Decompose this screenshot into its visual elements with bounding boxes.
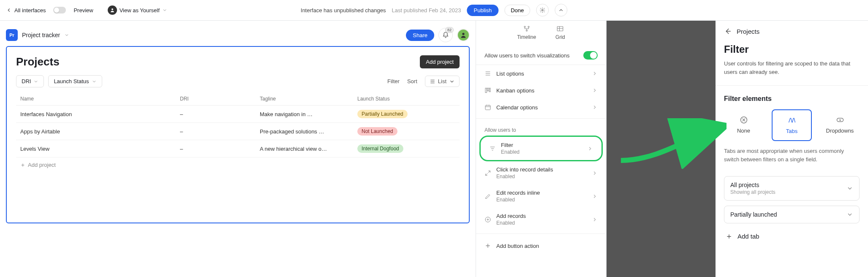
calendar-options-row[interactable]: Calendar options — [476, 99, 606, 116]
plus-icon — [726, 233, 732, 240]
kanban-options-row[interactable]: Kanban options — [476, 82, 606, 99]
rp-desc: User controls for filtering are scoped t… — [724, 60, 860, 76]
filter-opt-none[interactable]: None — [724, 109, 763, 141]
dropdown-icon — [835, 116, 846, 124]
expand-icon — [484, 170, 491, 177]
status-pill-label: Launch Status — [54, 78, 89, 84]
tab-box-partially-launched[interactable]: Partially launched — [724, 206, 860, 223]
allow-users-to-label: Allow users to — [476, 121, 606, 136]
tab-box-all-projects[interactable]: All projects Showing all projects — [724, 176, 860, 201]
svg-rect-9 — [489, 88, 490, 92]
arrow-left-icon[interactable] — [724, 27, 732, 35]
col-status: Launch Status — [353, 92, 460, 106]
gap-column — [607, 21, 716, 277]
chevron-down-icon — [92, 79, 97, 84]
tab1-title: All projects — [730, 182, 775, 188]
add-records-sub: Enabled — [496, 220, 526, 226]
chevron-down-icon — [162, 8, 167, 13]
filter-opt-tabs[interactable]: Tabs — [772, 109, 812, 141]
preview-toggle[interactable] — [53, 7, 66, 14]
chevron-right-icon — [592, 104, 598, 110]
add-project-row-label: Add project — [28, 162, 56, 168]
controls-row: DRI Launch Status Filter Sort List — [16, 75, 460, 87]
main: Pr Project tracker Share 82 Projects Add… — [0, 21, 868, 277]
done-button[interactable]: Done — [504, 5, 530, 16]
add-project-button[interactable]: Add project — [420, 55, 460, 68]
viz-timeline[interactable]: Timeline — [517, 25, 536, 40]
dri-filter-pill[interactable]: DRI — [16, 75, 44, 87]
breadcrumb[interactable]: Projects — [737, 28, 759, 35]
gear-icon — [539, 7, 545, 13]
view-mode-label: List — [438, 78, 446, 84]
click-details-row[interactable]: Click into record details Enabled — [476, 161, 606, 185]
sort-link[interactable]: Sort — [407, 78, 417, 84]
view-as-dropdown[interactable]: View as Yourself — [108, 5, 167, 15]
settings-button[interactable] — [536, 4, 549, 16]
status-filter-pill[interactable]: Launch Status — [48, 75, 102, 87]
viz-grid[interactable]: Grid — [555, 25, 565, 40]
allow-switch-label: Allow users to switch visualizations — [484, 52, 570, 59]
all-interfaces-back[interactable]: All interfaces — [6, 7, 46, 14]
canvas-header-right: Share 82 — [406, 28, 470, 42]
share-button[interactable]: Share — [406, 30, 434, 41]
table-row[interactable]: Levels View–A new hierarchical view o…In… — [16, 140, 460, 158]
projects-table: Name DRI Tagline Launch Status Interface… — [16, 92, 460, 158]
add-records-row[interactable]: Add records Enabled — [476, 208, 606, 231]
user-avatar[interactable] — [457, 29, 470, 41]
svg-point-0 — [112, 8, 113, 10]
right-panel-head: Projects — [724, 27, 860, 35]
chevron-right-icon — [592, 87, 598, 93]
tab2-title: Partially launched — [730, 211, 777, 218]
filter-opt-dropdowns[interactable]: Dropdowns — [820, 109, 860, 141]
col-dri: DRI — [176, 92, 256, 106]
chevron-right-icon — [592, 217, 598, 223]
cell-tagline: Pre-packaged solutions … — [256, 123, 353, 140]
canvas-column: Pr Project tracker Share 82 Projects Add… — [0, 21, 476, 277]
add-button-action[interactable]: Add button action — [476, 236, 606, 255]
cell-tagline: Make navigation in … — [256, 106, 353, 123]
viz-timeline-label: Timeline — [517, 34, 536, 40]
svg-point-4 — [528, 26, 529, 27]
tabs-note: Tabs are most appropriate when users com… — [724, 147, 860, 163]
cell-name: Levels View — [16, 140, 176, 158]
filter-opt-dropdowns-label: Dropdowns — [826, 128, 854, 134]
svg-rect-7 — [485, 88, 487, 93]
chevron-right-icon — [592, 71, 598, 76]
add-tab-button[interactable]: Add tab — [724, 228, 860, 244]
arrow-left-icon — [6, 7, 12, 13]
filter-link[interactable]: Filter — [387, 78, 400, 84]
chevron-down-icon — [846, 185, 853, 192]
topbar-left: All interfaces Preview View as Yourself — [6, 5, 167, 15]
none-icon — [738, 116, 749, 124]
list-options-row[interactable]: List options — [476, 65, 606, 82]
person-icon — [108, 5, 117, 15]
person-icon — [460, 32, 467, 38]
table-row[interactable]: Apps by Airtable–Pre-packaged solutions … — [16, 123, 460, 140]
edit-inline-row[interactable]: Edit records inline Enabled — [476, 185, 606, 208]
svg-point-5 — [526, 30, 527, 31]
viz-row: Timeline Grid — [476, 21, 606, 46]
filter-row[interactable]: Filter Enabled — [481, 137, 601, 160]
table-row[interactable]: Interfaces Navigation–Make navigation in… — [16, 106, 460, 123]
rp-subtitle: Filter elements — [724, 95, 860, 103]
status-badge: Partially Launched — [357, 110, 408, 118]
allow-switch-toggle[interactable] — [583, 51, 598, 60]
chevron-right-icon — [592, 193, 598, 199]
filter-icon — [489, 145, 496, 152]
page-title: Projects — [16, 55, 60, 68]
allow-switch-row: Allow users to switch visualizations — [476, 46, 606, 65]
page-head: Projects Add project — [16, 55, 460, 68]
chevron-up-icon — [558, 7, 564, 13]
tab1-sub: Showing all projects — [730, 189, 775, 195]
publish-button[interactable]: Publish — [467, 5, 499, 16]
canvas-block[interactable]: Projects Add project DRI Launch Status F… — [6, 46, 470, 223]
notifications-button[interactable]: 82 — [438, 28, 453, 42]
collapse-button[interactable] — [555, 4, 567, 16]
settings-column: Timeline Grid Allow users to switch visu… — [476, 21, 607, 277]
project-tracker-dropdown[interactable]: Pr Project tracker — [6, 29, 69, 41]
add-records-label: Add records — [496, 213, 526, 219]
kanban-icon — [484, 87, 491, 94]
add-project-row[interactable]: Add project — [16, 158, 460, 172]
click-details-label: Click into record details — [496, 166, 553, 173]
view-mode-toggle[interactable]: List — [425, 76, 460, 87]
